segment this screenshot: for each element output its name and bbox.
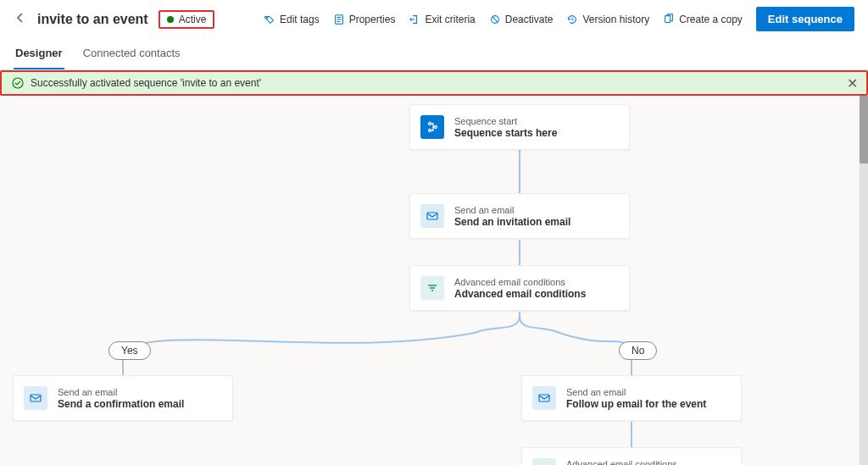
- email-icon: [532, 386, 556, 410]
- deactivate-label: Deactivate: [505, 14, 554, 25]
- edit-sequence-button[interactable]: Edit sequence: [756, 7, 854, 31]
- svg-point-11: [435, 126, 437, 129]
- properties-button[interactable]: Properties: [333, 14, 396, 25]
- close-icon[interactable]: ✕: [847, 75, 858, 91]
- page-header: invite to an event Active Edit tags Prop…: [0, 0, 868, 38]
- status-dot-icon: [167, 16, 174, 23]
- node-followup-email[interactable]: Send an email Follow up email for the ev…: [521, 375, 742, 421]
- properties-label: Properties: [349, 14, 396, 25]
- node-send-invitation[interactable]: Send an email Send an invitation email: [409, 193, 630, 239]
- node-label: Send an email: [566, 387, 706, 397]
- node-label: Send an email: [58, 387, 184, 397]
- exit-criteria-button[interactable]: Exit criteria: [409, 14, 475, 25]
- condition-icon: [420, 276, 444, 300]
- version-history-label: Version history: [582, 14, 649, 25]
- node-label: Sequence start: [454, 116, 557, 126]
- svg-point-9: [429, 123, 431, 125]
- svg-line-6: [492, 16, 498, 21]
- node-label: Advanced email conditions: [566, 459, 698, 466]
- svg-rect-16: [31, 395, 41, 401]
- node-confirmation-email[interactable]: Send an email Send a confirmation email: [13, 375, 233, 421]
- header-actions: Edit tags Properties Exit criteria Deact…: [264, 7, 854, 31]
- scrollbar-thumb[interactable]: [860, 96, 868, 163]
- success-alert: Successfully activated sequence 'invite …: [0, 70, 868, 96]
- back-arrow-icon[interactable]: [14, 11, 27, 27]
- node-title: Send a confirmation email: [58, 398, 184, 410]
- tabs: Designer Connected contacts: [0, 38, 868, 70]
- create-copy-label: Create a copy: [679, 14, 743, 25]
- node-title: Advanced email conditions: [454, 288, 586, 300]
- branch-no: No: [619, 341, 657, 360]
- svg-rect-17: [539, 395, 549, 401]
- node-label: Advanced email conditions: [454, 277, 586, 287]
- svg-point-10: [429, 130, 431, 132]
- create-copy-button[interactable]: Create a copy: [663, 14, 743, 25]
- node-sequence-start[interactable]: Sequence start Sequence starts here: [409, 104, 630, 150]
- alert-message: Successfully activated sequence 'invite …: [31, 77, 261, 89]
- node-title: Follow up email for the event: [566, 398, 706, 410]
- start-icon: [420, 115, 444, 139]
- sequence-canvas: Sequence start Sequence starts here Send…: [0, 96, 868, 465]
- sequence-title: invite to an event: [37, 12, 148, 27]
- node-label: Send an email: [454, 205, 570, 215]
- node-conditions-2[interactable]: Advanced email conditions Advanced email…: [521, 447, 742, 465]
- deactivate-button[interactable]: Deactivate: [489, 14, 554, 25]
- status-badge: Active: [159, 10, 215, 29]
- tab-connected-contacts[interactable]: Connected contacts: [81, 38, 182, 69]
- condition-icon: [532, 458, 556, 465]
- svg-rect-7: [665, 15, 670, 22]
- exit-criteria-label: Exit criteria: [425, 14, 475, 25]
- svg-point-0: [267, 17, 268, 18]
- branch-yes: Yes: [108, 341, 151, 360]
- edit-tags-label: Edit tags: [280, 14, 320, 25]
- svg-rect-12: [427, 213, 437, 219]
- edit-tags-button[interactable]: Edit tags: [264, 14, 320, 25]
- check-circle-icon: [12, 77, 24, 89]
- node-title: Sequence starts here: [454, 127, 557, 139]
- version-history-button[interactable]: Version history: [566, 14, 649, 25]
- svg-point-8: [13, 78, 23, 88]
- tab-designer[interactable]: Designer: [14, 38, 64, 69]
- scrollbar[interactable]: [860, 96, 868, 465]
- email-icon: [24, 386, 47, 410]
- node-title: Send an invitation email: [454, 216, 570, 228]
- email-icon: [420, 204, 444, 228]
- node-conditions-1[interactable]: Advanced email conditions Advanced email…: [409, 265, 630, 311]
- status-text: Active: [179, 14, 207, 25]
